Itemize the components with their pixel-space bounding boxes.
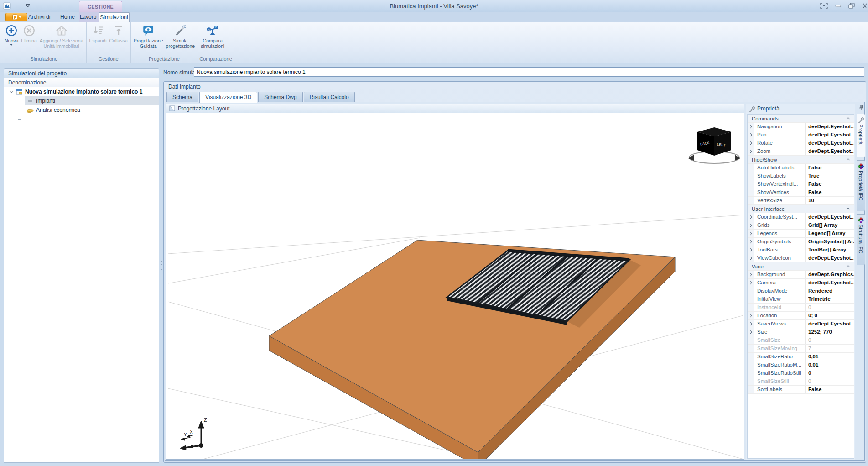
- property-row-background[interactable]: BackgrounddevDept.Graphics....: [748, 271, 854, 279]
- property-row-smallsizeratiostill[interactable]: SmallSizeRatioStill0: [748, 369, 854, 377]
- expand-icon[interactable]: [749, 248, 752, 251]
- property-value[interactable]: Trimetric: [806, 295, 854, 303]
- property-value[interactable]: 10: [806, 197, 854, 204]
- expand-icon[interactable]: [749, 232, 752, 235]
- tab-visualizzazione-3d[interactable]: Visualizzazione 3D: [199, 92, 257, 103]
- property-value[interactable]: 7: [806, 345, 854, 352]
- property-value[interactable]: False: [806, 188, 854, 196]
- property-row-toolbars[interactable]: ToolBarsToolBar[] Array: [748, 246, 854, 254]
- property-row-savedviews[interactable]: SavedViewsdevDept.Eyeshot....: [748, 320, 854, 328]
- property-row-grids[interactable]: GridsGrid[] Array: [748, 221, 854, 230]
- expand-icon[interactable]: [749, 224, 752, 226]
- tree-item-impianti[interactable]: Impianti: [4, 96, 159, 105]
- property-value[interactable]: devDept.Eyeshot....: [806, 254, 854, 262]
- property-value[interactable]: 0,01: [806, 353, 854, 361]
- ribbon-tab-home[interactable]: Home: [58, 12, 77, 22]
- tree-column-header[interactable]: Denominazione: [4, 78, 159, 87]
- property-value[interactable]: 0: [806, 304, 854, 311]
- property-row-vertexsize[interactable]: VertexSize10: [748, 197, 854, 205]
- ribbon-tab-simulazioni[interactable]: Simulazioni: [99, 12, 130, 22]
- property-row-camera[interactable]: CameradevDept.Eyeshot....: [748, 279, 854, 287]
- property-value[interactable]: devDept.Eyeshot....: [806, 279, 854, 287]
- ribbon-button-compara-simulazioni[interactable]: ABComparasimulazioni: [199, 22, 226, 49]
- expand-icon[interactable]: [749, 273, 752, 276]
- property-value[interactable]: devDept.Eyeshot....: [806, 320, 854, 328]
- expand-icon[interactable]: [749, 322, 752, 325]
- tree-item-analisi-economica[interactable]: Analisi economica: [4, 105, 159, 115]
- tree-item-nuova-simulazione-impianto-solare-termico-1[interactable]: Nuova simulazione impianto solare termic…: [4, 87, 159, 96]
- property-value[interactable]: devDept.Eyeshot....: [806, 131, 854, 139]
- property-value[interactable]: devDept.Eyeshot....: [806, 213, 854, 221]
- expand-icon[interactable]: [749, 215, 752, 218]
- property-row-zoom[interactable]: ZoomdevDept.Eyeshot....: [748, 147, 854, 156]
- minimize-button[interactable]: [835, 2, 841, 10]
- property-row-rotate[interactable]: RotatedevDept.Eyeshot....: [748, 139, 854, 147]
- ribbon-button-nuova[interactable]: Nuova: [3, 22, 20, 46]
- view-cube[interactable]: BACK LEFT: [688, 127, 740, 163]
- property-value[interactable]: 1252; 770: [806, 328, 854, 336]
- property-value[interactable]: 0; 0: [806, 312, 854, 319]
- property-value[interactable]: 0: [806, 377, 854, 385]
- property-value[interactable]: False: [806, 164, 854, 172]
- property-row-showvertexindi[interactable]: ShowVertexIndi...False: [748, 180, 854, 188]
- property-row-legends[interactable]: LegendsLegend[] Array: [748, 230, 854, 238]
- close-button[interactable]: [863, 3, 867, 9]
- property-row-displaymode[interactable]: DisplayModeRendered: [748, 287, 854, 295]
- property-value[interactable]: devDept.Graphics....: [806, 271, 854, 278]
- property-row-initialview[interactable]: InitialViewTrimetric: [748, 295, 854, 304]
- tab-schema-dwg[interactable]: Schema Dwg: [258, 92, 302, 102]
- property-row-showlabels[interactable]: ShowLabelsTrue: [748, 172, 854, 180]
- collapse-icon[interactable]: [847, 158, 850, 162]
- collapse-icon[interactable]: [847, 208, 850, 211]
- property-row-coordinatesyst[interactable]: CoordinateSyst...devDept.Eyeshot....: [748, 213, 854, 221]
- property-row-instanceid[interactable]: InstanceId0: [748, 304, 854, 312]
- expand-icon[interactable]: [749, 240, 752, 243]
- side-tab-propriet-ifc[interactable]: Proprietà IFC: [857, 160, 865, 211]
- property-value[interactable]: 0,01: [806, 361, 854, 369]
- expand-icon[interactable]: [749, 133, 752, 136]
- quick-access-dropdown-icon[interactable]: [25, 4, 31, 8]
- toggle-fullscreen-button[interactable]: [820, 2, 828, 10]
- property-row-sortlabels[interactable]: SortLabelsFalse: [748, 386, 854, 394]
- tab-schema[interactable]: Schema: [166, 92, 198, 102]
- property-row-viewcubeicon[interactable]: ViewCubeIcondevDept.Eyeshot....: [748, 254, 854, 262]
- property-row-size[interactable]: Size1252; 770: [748, 328, 854, 336]
- expand-icon[interactable]: [749, 330, 752, 333]
- collapse-icon[interactable]: [847, 265, 850, 268]
- panel-splitter[interactable]: [159, 68, 163, 463]
- expand-icon[interactable]: [749, 125, 752, 128]
- expander-icon[interactable]: [10, 89, 13, 93]
- pin-icon[interactable]: [858, 105, 864, 111]
- dropdown-arrow-icon[interactable]: [10, 44, 13, 46]
- property-value[interactable]: 0: [806, 336, 854, 344]
- property-value[interactable]: Rendered: [806, 287, 854, 295]
- side-tab-struttura-ifc[interactable]: Struttura IFC: [857, 214, 865, 265]
- expand-icon[interactable]: [749, 150, 752, 152]
- property-value[interactable]: devDept.Eyeshot....: [806, 147, 854, 155]
- collapse-icon[interactable]: [847, 117, 850, 120]
- property-value[interactable]: devDept.Eyeshot....: [806, 139, 854, 147]
- ribbon-button-aggiungi-seleziona-unit-immobiliari[interactable]: Aggiungi / SelezionaUnità Immobiliari: [38, 22, 85, 49]
- property-value[interactable]: False: [806, 386, 854, 393]
- expand-icon[interactable]: [749, 257, 752, 259]
- ribbon-button-elimina[interactable]: Elimina: [20, 22, 38, 43]
- property-row-smallsizeratiom[interactable]: SmallSizeRatioM...0,01: [748, 361, 854, 369]
- property-value[interactable]: Grid[] Array: [806, 221, 854, 229]
- property-value[interactable]: OriginSymbol[] Ar...: [806, 238, 854, 246]
- property-row-smallsizestill[interactable]: SmallSizeStill0: [748, 377, 854, 386]
- expand-icon[interactable]: [749, 141, 752, 144]
- property-row-location[interactable]: Location0; 0: [748, 312, 854, 320]
- property-group-varie[interactable]: Varie: [748, 262, 854, 271]
- ribbon-button-espandi[interactable]: Espandi: [88, 22, 108, 43]
- property-row-originsymbols[interactable]: OriginSymbolsOriginSymbol[] Ar...: [748, 238, 854, 246]
- property-row-smallsize[interactable]: SmallSize0: [748, 336, 854, 345]
- expand-icon[interactable]: [749, 281, 752, 284]
- property-value[interactable]: devDept.Eyeshot....: [806, 123, 854, 131]
- property-value[interactable]: Legend[] Array: [806, 230, 854, 237]
- property-group-hide-show[interactable]: Hide/Show: [748, 156, 854, 164]
- property-row-autohidelabels[interactable]: AutoHideLabelsFalse: [748, 164, 854, 172]
- property-row-showvertices[interactable]: ShowVerticesFalse: [748, 188, 854, 197]
- restore-button[interactable]: [848, 2, 855, 10]
- property-value[interactable]: True: [806, 172, 854, 180]
- ribbon-button-progettazione-guidata[interactable]: ProgettazioneGuidata: [132, 22, 165, 49]
